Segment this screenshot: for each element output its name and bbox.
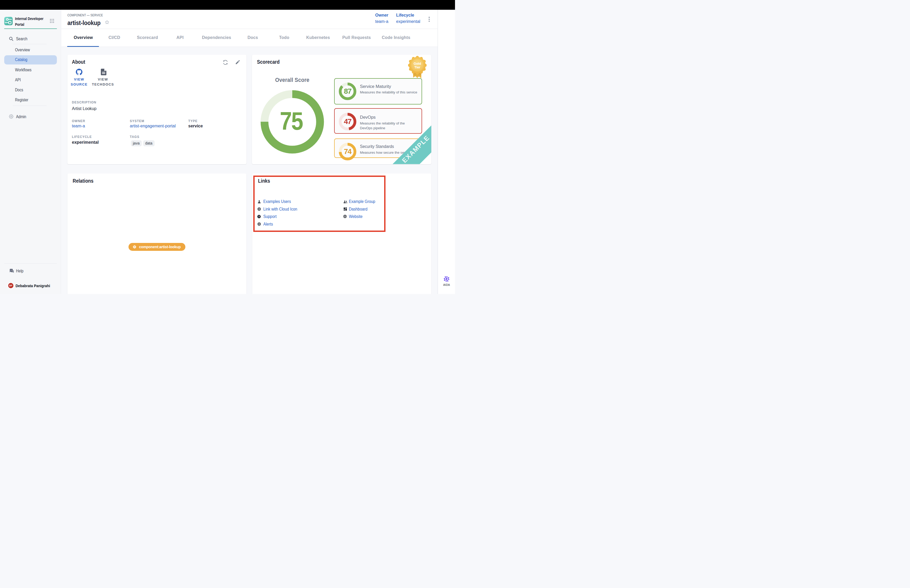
svg-text:Gold: Gold	[414, 61, 421, 65]
svg-text:?: ?	[10, 269, 11, 271]
svg-text:Tier: Tier	[414, 65, 420, 69]
svg-text:?: ?	[258, 215, 260, 218]
